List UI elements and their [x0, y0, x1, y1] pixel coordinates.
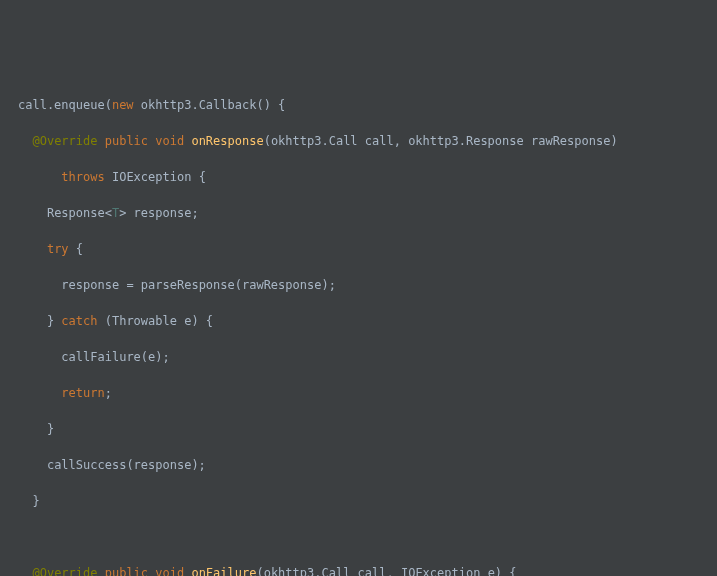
kw-throws: throws — [61, 170, 112, 184]
kw-catch: catch — [61, 314, 104, 328]
code-line: } — [18, 492, 717, 510]
code-line: throws IOException { — [18, 168, 717, 186]
code-text: Response< — [47, 206, 112, 220]
code-text: response = parseResponse(rawResponse); — [61, 278, 336, 292]
code-text: IOException { — [112, 170, 206, 184]
code-text: okhttp3.Callback() { — [141, 98, 286, 112]
code-text: } — [47, 422, 54, 436]
code-line: try { — [18, 240, 717, 258]
code-line: call.enqueue(new okhttp3.Callback() { — [18, 96, 717, 114]
code-line: return; — [18, 384, 717, 402]
code-text: > response; — [119, 206, 198, 220]
code-text: { — [76, 242, 83, 256]
code-text: call.enqueue( — [18, 98, 112, 112]
kw-try: try — [47, 242, 76, 256]
code-text: callFailure(e); — [61, 350, 169, 364]
kw-modifier: public void — [105, 134, 192, 148]
code-text: callSuccess(response); — [47, 458, 206, 472]
method-name: onFailure — [191, 566, 256, 576]
code-line: response = parseResponse(rawResponse); — [18, 276, 717, 294]
code-text: } — [32, 494, 39, 508]
code-line: Response<T> response; — [18, 204, 717, 222]
code-line: @Override public void onFailure(okhttp3.… — [18, 564, 717, 576]
code-line: } catch (Throwable e) { — [18, 312, 717, 330]
code-text: ; — [105, 386, 112, 400]
code-line: callFailure(e); — [18, 348, 717, 366]
params: (okhttp3.Call call, okhttp3.Response raw… — [264, 134, 618, 148]
code-line: callSuccess(response); — [18, 456, 717, 474]
code-line — [18, 528, 717, 546]
code-editor[interactable]: call.enqueue(new okhttp3.Callback() { @O… — [18, 78, 717, 576]
code-text: } — [47, 314, 61, 328]
annotation: @Override — [32, 566, 104, 576]
code-line: @Override public void onResponse(okhttp3… — [18, 132, 717, 150]
code-text: (Throwable e) { — [105, 314, 213, 328]
kw-return: return — [61, 386, 104, 400]
params: (okhttp3.Call call, IOException e) { — [256, 566, 516, 576]
code-line: } — [18, 420, 717, 438]
kw-new: new — [112, 98, 141, 112]
kw-modifier: public void — [105, 566, 192, 576]
annotation: @Override — [32, 134, 104, 148]
method-name: onResponse — [191, 134, 263, 148]
